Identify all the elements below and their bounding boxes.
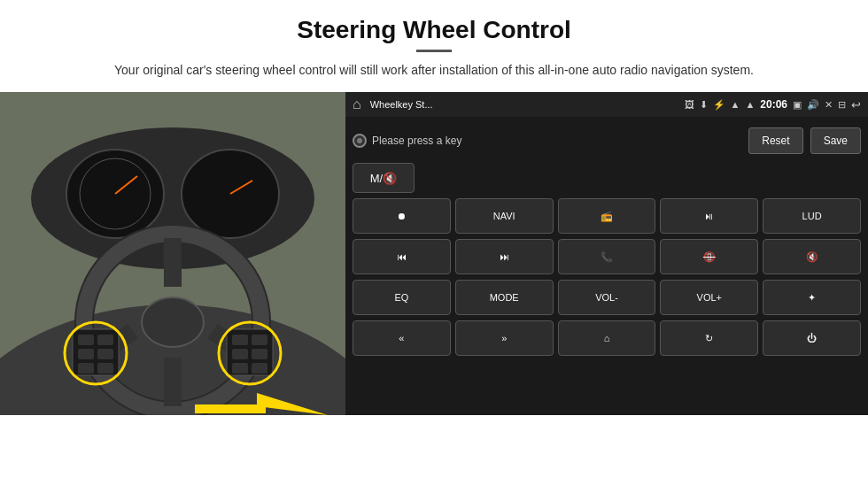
back-icon[interactable]: ↩ [851, 98, 861, 112]
svg-rect-21 [97, 363, 113, 374]
button-row-2: ⏮ ⏭ 📞 📵 🔇 [353, 239, 861, 274]
vol-down-label: VOL- [595, 292, 618, 303]
svg-rect-32 [195, 404, 266, 413]
bluetooth-button[interactable]: ✦ [763, 280, 861, 315]
svg-rect-28 [252, 363, 267, 374]
next-icon: ⏭ [500, 251, 509, 262]
content-area: ⌂ Wheelkey St... 🖼 ⬇ ⚡ ▲ ▲ 20:06 ▣ 🔊 ✕ ⊟… [0, 92, 868, 415]
fast-forward-button[interactable]: » [455, 320, 554, 356]
play-pause-button[interactable]: ⏯ [660, 198, 758, 234]
prev-icon: ⏮ [397, 251, 407, 262]
pip-icon[interactable]: ⊟ [838, 99, 846, 111]
svg-rect-24 [252, 335, 267, 345]
main-content: Please press a key Reset Save M/🔇 ⏺ NAVI [345, 117, 868, 415]
radio-indicator [353, 134, 367, 148]
navi-button[interactable]: NAVI [455, 198, 554, 234]
src-button[interactable]: ⏺ [353, 198, 451, 234]
redo-button[interactable]: ↻ [660, 320, 758, 356]
lud-label: LUD [802, 211, 822, 221]
volume-icon[interactable]: 🔊 [807, 99, 819, 111]
mute-row: M/🔇 [353, 163, 861, 193]
svg-rect-23 [232, 335, 248, 345]
vol-down-button[interactable]: VOL- [558, 280, 656, 315]
svg-rect-19 [97, 349, 113, 359]
vol-mute-icon: 🔇 [806, 251, 818, 263]
vol-mute-button[interactable]: 🔇 [763, 239, 861, 274]
radio-icon: 📻 [601, 211, 613, 222]
svg-rect-26 [252, 349, 267, 359]
signal-icon: ▲ [745, 99, 755, 110]
power-icon: ⏻ [807, 333, 817, 343]
reset-button[interactable]: Reset [748, 127, 802, 154]
page-title: Steering Wheel Control [0, 0, 868, 50]
home-icon: ⌂ [604, 333, 610, 343]
android-ui: ⌂ Wheelkey St... 🖼 ⬇ ⚡ ▲ ▲ 20:06 ▣ 🔊 ✕ ⊟… [345, 92, 868, 415]
svg-rect-27 [232, 363, 248, 374]
status-time: 20:06 [760, 98, 787, 111]
mute-button[interactable]: M/🔇 [353, 163, 415, 193]
no-phone-icon: 📵 [703, 251, 716, 263]
page-header: Steering Wheel Control Your original car… [0, 0, 868, 80]
steering-wheel-photo [0, 92, 345, 415]
home-button[interactable]: ⌂ [558, 320, 656, 356]
top-row: Please press a key Reset Save [353, 124, 861, 158]
svg-rect-18 [78, 349, 94, 359]
svg-rect-25 [232, 349, 248, 359]
press-key-label: Please press a key [372, 135, 461, 147]
status-bar: ⌂ Wheelkey St... 🖼 ⬇ ⚡ ▲ ▲ 20:06 ▣ 🔊 ✕ ⊟… [345, 92, 868, 117]
rewind-icon: « [399, 333, 404, 343]
power-button[interactable]: ⏻ [763, 320, 861, 356]
no-phone-button[interactable]: 📵 [660, 239, 758, 274]
navi-label: NAVI [493, 211, 515, 221]
svg-rect-20 [78, 363, 94, 374]
home-icon[interactable]: ⌂ [353, 96, 361, 112]
vol-up-button[interactable]: VOL+ [660, 280, 758, 315]
eq-label: EQ [394, 292, 408, 303]
save-button[interactable]: Save [810, 127, 861, 154]
prev-button[interactable]: ⏮ [353, 239, 451, 274]
button-row-3: EQ MODE VOL- VOL+ ✦ [353, 280, 861, 315]
screen-icon: ▣ [793, 99, 802, 111]
bluetooth-icon: ✦ [808, 292, 816, 304]
press-key-area: Please press a key [353, 134, 741, 148]
mode-label: MODE [490, 292, 519, 303]
mode-button[interactable]: MODE [455, 280, 554, 315]
image-icon: 🖼 [685, 99, 694, 110]
wifi-icon: ▲ [731, 99, 740, 110]
fast-forward-icon: » [501, 333, 507, 343]
svg-rect-16 [78, 335, 94, 345]
redo-icon: ↻ [705, 333, 713, 344]
radio-button[interactable]: 📻 [558, 198, 656, 234]
button-row-4: « » ⌂ ↻ ⏻ [353, 320, 861, 356]
download-icon: ⬇ [700, 99, 708, 111]
page-subtitle: Your original car's steering wheel contr… [0, 61, 868, 80]
radio-dot-inner [357, 138, 362, 143]
usb-icon: ⚡ [713, 99, 725, 111]
close-icon[interactable]: ✕ [825, 99, 833, 111]
app-title: Wheelkey St... [370, 99, 679, 110]
lud-button[interactable]: LUD [763, 198, 861, 234]
src-icon: ⏺ [397, 211, 407, 221]
button-row-1: ⏺ NAVI 📻 ⏯ LUD [353, 198, 861, 234]
svg-point-14 [142, 297, 204, 347]
eq-button[interactable]: EQ [353, 280, 451, 315]
title-divider [416, 50, 452, 52]
mute-label: M/🔇 [370, 172, 397, 185]
phone-icon: 📞 [601, 251, 613, 263]
phone-button[interactable]: 📞 [558, 239, 656, 274]
rewind-button[interactable]: « [353, 320, 451, 356]
vol-up-label: VOL+ [697, 292, 722, 303]
svg-rect-17 [97, 335, 113, 345]
play-icon: ⏯ [704, 211, 714, 221]
next-button[interactable]: ⏭ [455, 239, 554, 274]
